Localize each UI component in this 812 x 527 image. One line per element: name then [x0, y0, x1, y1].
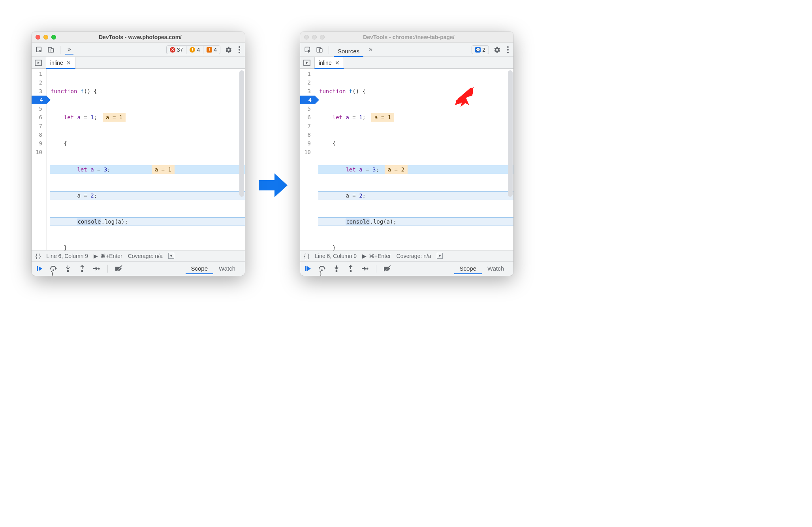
warning-icon: ! [190, 47, 195, 53]
info-count: 4 [214, 47, 217, 53]
line-number[interactable]: 7 [300, 122, 312, 130]
error-badge[interactable]: ✕ 37 [167, 46, 186, 54]
main-toolbar: » ✕ 37 ! 4 ! 4 [32, 43, 245, 57]
line-number[interactable]: 1 [300, 70, 312, 78]
window-title: DevTools - www.photopea.com/ [39, 34, 241, 40]
titlebar: DevTools - www.photopea.com/ [32, 32, 245, 43]
file-tab-label: inline [50, 60, 63, 66]
svg-point-19 [507, 52, 509, 53]
file-tab[interactable]: inline ✕ [314, 57, 344, 69]
line-number[interactable]: 2 [32, 78, 44, 87]
line-number[interactable]: 6 [32, 113, 44, 122]
file-tab-label: inline [319, 60, 332, 66]
info-icon: ! [207, 47, 212, 53]
file-tabbar: inline ✕ [32, 57, 245, 69]
inline-value-annotation: a = 1 [103, 113, 126, 122]
svg-point-4 [239, 49, 240, 51]
resume-icon[interactable] [36, 265, 43, 273]
warning-count: 4 [197, 47, 200, 53]
line-number[interactable]: 2 [300, 78, 312, 87]
devtools-window-left: DevTools - www.photopea.com/ » ✕ 37 ! 4 [32, 32, 245, 276]
code-content[interactable]: function f() { let a = 1;a = 1 { let a =… [47, 69, 245, 250]
info-badge[interactable]: ! 4 [203, 46, 220, 54]
svg-rect-7 [37, 266, 38, 271]
settings-icon[interactable] [224, 46, 234, 53]
svg-point-17 [507, 46, 509, 48]
line-number[interactable]: 3 [300, 87, 312, 96]
inline-value-annotation: a = 1 [152, 165, 175, 174]
close-icon[interactable]: ✕ [66, 60, 71, 66]
separator [60, 46, 60, 54]
svg-point-3 [239, 46, 240, 48]
line-number[interactable]: 10 [32, 148, 44, 156]
menu-icon[interactable] [506, 46, 510, 53]
svg-rect-21 [305, 266, 306, 271]
chat-icon: 💬 [475, 47, 481, 53]
line-number[interactable]: 8 [300, 130, 312, 139]
snippets-run-icon[interactable] [33, 57, 43, 68]
inspect-icon[interactable] [303, 45, 312, 54]
inline-value-annotation: a = 2 [385, 165, 408, 174]
line-gutter: 1 2 3 4 5 6 7 8 9 10 [300, 69, 315, 250]
sources-tab[interactable]: Sources [334, 46, 363, 57]
line-number[interactable]: 10 [300, 148, 312, 156]
separator [329, 46, 329, 54]
more-tabs-chevron[interactable]: » [65, 45, 73, 55]
device-icon[interactable] [315, 45, 324, 54]
menu-icon[interactable] [237, 46, 242, 53]
execution-line-marker[interactable]: 4 [32, 96, 46, 104]
console-counts[interactable]: 💬 2 [472, 45, 489, 54]
window-title: DevTools - chrome://new-tab-page/ [308, 34, 509, 40]
error-count: 37 [177, 47, 183, 53]
titlebar: DevTools - chrome://new-tab-page/ [300, 32, 513, 43]
transition-arrow [257, 171, 288, 199]
execution-line-marker[interactable]: 4 [300, 96, 315, 104]
svg-rect-2 [51, 49, 54, 52]
line-number[interactable]: 5 [300, 104, 312, 113]
main-toolbar: Sources » 💬 2 [300, 43, 513, 57]
line-number[interactable]: 3 [32, 87, 44, 96]
prettify-icon[interactable]: { } [36, 253, 41, 259]
scrollbar[interactable] [239, 70, 244, 197]
snippets-run-icon[interactable] [302, 57, 312, 68]
more-tabs-chevron[interactable]: » [367, 45, 375, 55]
line-number[interactable]: 8 [32, 130, 44, 139]
svg-point-5 [239, 52, 240, 53]
svg-point-18 [507, 49, 509, 51]
line-number[interactable]: 5 [32, 104, 44, 113]
inspect-icon[interactable] [35, 45, 43, 54]
prettify-icon[interactable]: { } [304, 253, 309, 259]
console-counts[interactable]: ✕ 37 ! 4 ! 4 [166, 45, 220, 54]
svg-rect-16 [320, 49, 322, 52]
settings-icon[interactable] [492, 46, 502, 53]
issues-badge[interactable]: 💬 2 [472, 46, 489, 54]
line-number[interactable]: 9 [300, 139, 312, 148]
line-gutter: 1 2 3 4 5 6 7 8 9 10 [32, 69, 47, 250]
close-icon[interactable]: ✕ [334, 60, 340, 66]
code-content[interactable]: function f() { let a = 1;a = 1 { let a =… [315, 69, 513, 250]
line-number[interactable]: 1 [32, 70, 44, 78]
issues-count: 2 [482, 47, 485, 53]
device-icon[interactable] [47, 45, 55, 54]
line-number[interactable]: 7 [32, 122, 44, 130]
resume-icon[interactable] [304, 265, 312, 273]
inline-value-annotation: a = 1 [371, 113, 394, 122]
devtools-window-right: DevTools - chrome://new-tab-page/ Source… [300, 32, 513, 276]
line-number[interactable]: 9 [32, 139, 44, 148]
scrollbar[interactable] [508, 70, 513, 197]
line-number[interactable]: 6 [300, 113, 312, 122]
file-tabbar: inline ✕ [300, 57, 513, 69]
code-editor[interactable]: 1 2 3 4 5 6 7 8 9 10 function f() { let … [32, 69, 245, 250]
file-tab[interactable]: inline ✕ [46, 57, 75, 69]
code-editor[interactable]: 1 2 3 4 5 6 7 8 9 10 function f() { let … [300, 69, 513, 250]
warning-badge[interactable]: ! 4 [186, 46, 203, 54]
error-icon: ✕ [170, 47, 175, 53]
